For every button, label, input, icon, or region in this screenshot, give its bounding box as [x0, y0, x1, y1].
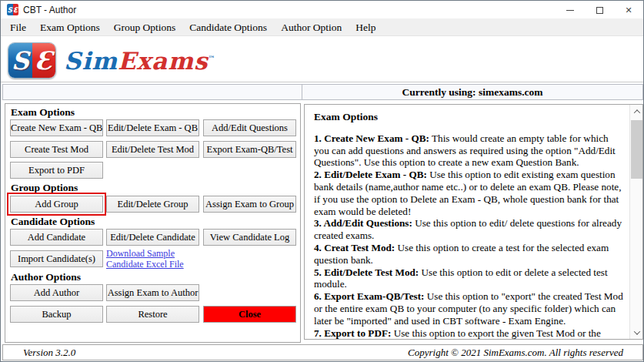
assign-exam-to-group-button[interactable]: Assign Exam to Group — [203, 196, 296, 213]
minimize-button[interactable] — [556, 1, 585, 19]
download-link-line2: Candidate Excel File — [106, 259, 184, 270]
view-candidate-log-button[interactable]: View Candidate Log — [203, 229, 296, 246]
chevron-up-icon — [633, 109, 639, 116]
add-edit-questions-button[interactable]: Add/Edit Questions — [203, 119, 296, 136]
maximize-button[interactable] — [585, 1, 614, 19]
help-item-5: 5. Edit/Delete Test Mod: Use this option… — [314, 266, 625, 291]
logo-header: S Ɛ SimExams™ — [1, 36, 643, 82]
logo-s-icon: S — [7, 4, 13, 15]
menu-author-option[interactable]: Author Option — [274, 20, 349, 35]
help-item-6: 6. Export Exam-QB/Test: Use this option … — [314, 290, 625, 327]
menu-exam-options[interactable]: Exam Options — [33, 20, 107, 35]
edit-delete-exam-qb-button[interactable]: Edit/Delete Exam - QB — [106, 119, 199, 136]
app-window: S Ɛ CBT - Author ✕ File Exam Options Gro… — [0, 0, 644, 362]
close-window-button[interactable]: ✕ — [614, 1, 643, 19]
import-candidates-button[interactable]: Import Candidate(s) — [10, 250, 103, 267]
status-strip-left — [2, 84, 302, 100]
scrollbar-down-button[interactable] — [630, 326, 643, 339]
simexams-logo-badge: S Ɛ — [8, 42, 56, 79]
add-candidate-button[interactable]: Add Candidate — [10, 229, 103, 246]
menu-bar: File Exam Options Group Options Candidat… — [1, 19, 643, 36]
help-panel: Exam Options 1. Create New Exam - QB: Th… — [304, 104, 643, 340]
window-title: CBT - Author — [23, 5, 76, 15]
help-item-1: 1. Create New Exam - QB: This would crea… — [314, 132, 625, 169]
backup-button[interactable]: Backup — [10, 306, 103, 323]
help-scrollbar[interactable] — [629, 105, 642, 339]
title-bar: S Ɛ CBT - Author ✕ — [1, 1, 643, 19]
copyright-label: Copyright © 2021 SimExams.com. All right… — [408, 347, 623, 359]
brand-exams: Exams — [118, 47, 208, 75]
brand-sim: Sim — [64, 47, 118, 75]
chevron-down-icon — [633, 328, 639, 334]
menu-file[interactable]: File — [3, 20, 33, 35]
help-heading: Exam Options — [314, 111, 625, 123]
scrollbar-up-button[interactable] — [630, 105, 643, 118]
currently-using-box: Currently using: simexams.com — [302, 84, 643, 100]
trademark-symbol: ™ — [208, 55, 215, 62]
edit-delete-group-button[interactable]: Edit/Delete Group — [106, 196, 199, 213]
close-icon: ✕ — [625, 6, 632, 15]
candidate-options-heading: Candidate Options — [11, 216, 95, 228]
currently-using-text: Currently using: simexams.com — [402, 86, 542, 99]
download-sample-candidate-file-link[interactable]: Download Sample Candidate Excel File — [106, 248, 184, 270]
create-test-mod-button[interactable]: Create Test Mod — [10, 141, 103, 158]
scrollbar-thumb[interactable] — [631, 120, 642, 179]
maximize-icon — [596, 7, 603, 14]
add-group-button[interactable]: Add Group — [10, 196, 103, 213]
version-label: Version 3.2.0 — [23, 347, 75, 359]
window-controls: ✕ — [556, 1, 643, 19]
download-link-line1: Download Sample — [106, 248, 175, 259]
help-item-3: 3. Add/Edit Questions: Use this option t… — [314, 217, 625, 242]
edit-delete-candidate-button[interactable]: Edit/Delete Candidate — [106, 229, 199, 246]
help-item-4: 4. Creat Test Mod: Use this option to cr… — [314, 242, 625, 266]
assign-exam-to-author-button[interactable]: Assign Exam to Author — [106, 284, 199, 301]
help-item-2: 2. Edit/Delete Exam - QB: Use this optio… — [314, 169, 625, 217]
app-logo-icon: S Ɛ — [7, 4, 18, 15]
logo-badge-letter-s: S — [12, 46, 29, 75]
export-to-pdf-button[interactable]: Export to PDF — [10, 162, 103, 179]
logo-e-icon: Ɛ — [13, 4, 19, 15]
brand-wordmark: SimExams™ — [64, 47, 215, 75]
menu-help[interactable]: Help — [349, 20, 382, 35]
minimize-icon — [566, 10, 574, 11]
status-bar: Version 3.2.0 Copyright © 2021 SimExams.… — [2, 344, 643, 360]
help-item-7: 7. Export to PDF: Use this option to exp… — [314, 327, 625, 339]
menu-candidate-options[interactable]: Candidate Options — [182, 20, 274, 35]
help-text-area: Exam Options 1. Create New Exam - QB: Th… — [305, 105, 629, 339]
group-options-heading: Group Options — [11, 182, 78, 194]
edit-delete-test-mod-button[interactable]: Edit/Delete Test Mod — [106, 141, 199, 158]
options-panel: Exam Options Create New Exam - QB Edit/D… — [5, 103, 301, 343]
restore-button[interactable]: Restore — [106, 306, 199, 323]
export-exam-qb-test-button[interactable]: Export Exam-QB/Test — [203, 141, 296, 158]
menu-group-options[interactable]: Group Options — [107, 20, 183, 35]
author-options-heading: Author Options — [11, 271, 81, 283]
exam-options-heading: Exam Options — [11, 106, 75, 119]
add-author-button[interactable]: Add Author — [10, 284, 103, 301]
create-new-exam-qb-button[interactable]: Create New Exam - QB — [10, 119, 103, 136]
close-app-button[interactable]: Close — [203, 306, 296, 323]
logo-badge-letter-e: Ɛ — [35, 46, 52, 75]
